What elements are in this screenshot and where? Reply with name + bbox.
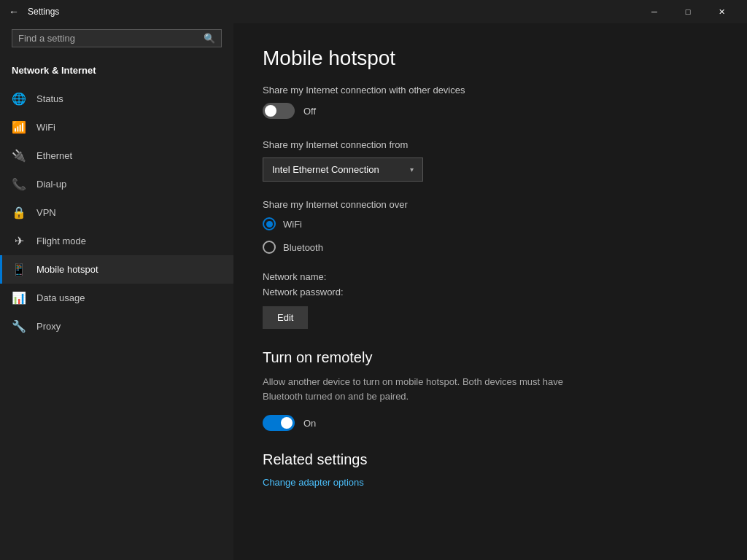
sidebar-item-label: Mobile hotspot [36, 264, 98, 275]
sidebar-item-label: Flight mode [36, 236, 86, 246]
main-layout: 🔍 Network & Internet 🌐 Status 📶 WiFi 🔌 E… [0, 23, 747, 560]
minimize-button[interactable]: ─ [638, 0, 671, 23]
datausage-icon: 📊 [12, 291, 26, 305]
share-over-label: Share my Internet connection over [263, 199, 718, 210]
radio-bluetooth-circle[interactable] [263, 241, 276, 254]
sidebar-item-label: Data usage [36, 292, 85, 303]
radio-bluetooth[interactable]: Bluetooth [263, 241, 718, 254]
chevron-down-icon: ▾ [410, 166, 414, 174]
ethernet-icon: 🔌 [12, 149, 26, 163]
radio-wifi-circle[interactable] [263, 217, 276, 230]
flightmode-icon: ✈ [12, 234, 26, 248]
remotely-toggle-label: On [303, 418, 316, 429]
dialup-icon: 📞 [12, 177, 26, 191]
edit-button[interactable]: Edit [263, 306, 308, 329]
sidebar-item-dialup[interactable]: 📞 Dial-up [0, 170, 233, 198]
sidebar-section-title: Network & Internet [0, 59, 233, 85]
sidebar-item-label: Dial-up [36, 179, 66, 190]
status-icon: 🌐 [12, 92, 26, 106]
app-title: Settings [28, 7, 638, 17]
network-name-label: Network name: [263, 271, 718, 282]
sidebar-item-status[interactable]: 🌐 Status [0, 85, 233, 113]
radio-bluetooth-label: Bluetooth [283, 242, 323, 253]
back-button[interactable]: ← [9, 6, 19, 18]
content-area: Mobile hotspot Share my Internet connect… [233, 23, 747, 560]
toggle-off-label: Off [303, 106, 316, 117]
radio-wifi[interactable]: WiFi [263, 217, 718, 230]
maximize-button[interactable]: □ [671, 0, 705, 23]
sidebar-item-ethernet[interactable]: 🔌 Ethernet [0, 141, 233, 170]
sidebar: 🔍 Network & Internet 🌐 Status 📶 WiFi 🔌 E… [0, 23, 233, 560]
sidebar-item-mobilehotspot[interactable]: 📱 Mobile hotspot [0, 255, 233, 284]
radio-wifi-label: WiFi [283, 219, 302, 230]
sidebar-item-label: WiFi [36, 122, 55, 133]
sidebar-item-wifi[interactable]: 📶 WiFi [0, 113, 233, 141]
mobilehotspot-icon: 📱 [12, 262, 26, 276]
vpn-icon: 🔒 [12, 206, 26, 219]
sidebar-item-label: Status [36, 93, 63, 104]
sidebar-item-proxy[interactable]: 🔧 Proxy [0, 312, 233, 341]
sidebar-item-flightmode[interactable]: ✈ Flight mode [0, 227, 233, 255]
sidebar-item-label: VPN [36, 207, 56, 218]
window-controls: ─ □ ✕ [638, 0, 738, 23]
hotspot-toggle[interactable] [263, 103, 295, 119]
share-connection-label: Share my Internet connection with other … [263, 85, 718, 96]
search-bar[interactable]: 🔍 [12, 29, 222, 47]
titlebar: ← Settings ─ □ ✕ [0, 0, 747, 23]
remotely-toggle-row: On [263, 415, 718, 431]
turn-on-remotely-description: Allow another device to turn on mobile h… [263, 375, 576, 403]
sidebar-item-label: Ethernet [36, 150, 72, 161]
sidebar-item-datausage[interactable]: 📊 Data usage [0, 284, 233, 312]
related-settings-title: Related settings [263, 451, 718, 468]
sidebar-item-label: Proxy [36, 321, 61, 332]
remotely-toggle[interactable] [263, 415, 295, 431]
search-icon[interactable]: 🔍 [204, 33, 215, 44]
share-from-label: Share my Internet connection from [263, 139, 718, 150]
close-button[interactable]: ✕ [705, 0, 738, 23]
share-over-radio-group: WiFi Bluetooth [263, 217, 718, 254]
search-input[interactable] [18, 33, 204, 44]
connection-dropdown[interactable]: Intel Ethernet Connection ▾ [263, 158, 423, 182]
wifi-icon: 📶 [12, 120, 26, 134]
proxy-icon: 🔧 [12, 319, 26, 333]
network-password-label: Network password: [263, 287, 718, 298]
sidebar-item-vpn[interactable]: 🔒 VPN [0, 198, 233, 227]
connection-dropdown-value: Intel Ethernet Connection [272, 164, 404, 175]
page-title: Mobile hotspot [263, 47, 718, 70]
turn-on-remotely-title: Turn on remotely [263, 349, 718, 366]
change-adapter-options-link[interactable]: Change adapter options [263, 477, 364, 488]
hotspot-toggle-row: Off [263, 103, 718, 119]
